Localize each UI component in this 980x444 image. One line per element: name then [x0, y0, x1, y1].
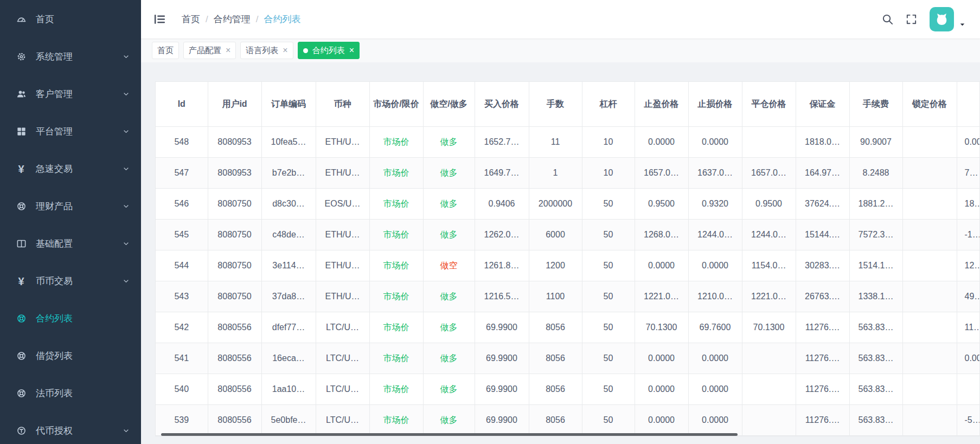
- sidebar-item-4[interactable]: 平台管理: [0, 113, 141, 150]
- table-cell: 18…: [957, 189, 980, 220]
- table-cell: [902, 374, 957, 405]
- chevron-down-icon: [122, 165, 130, 173]
- ring-icon: [15, 351, 28, 361]
- table-cell: 8080556: [208, 405, 261, 436]
- table-cell: ETH/U…: [316, 281, 369, 312]
- table-row: 541808055616eca…LTC/U…市场价做多69.9900805650…: [156, 343, 980, 374]
- yen-icon: ¥: [15, 276, 28, 287]
- table-cell: 8056: [529, 343, 582, 374]
- sidebar-item-label: 基础配置: [36, 237, 73, 250]
- table-row: 53980805565e0bfe…LTC/U…市场价做多69.990080565…: [156, 405, 980, 436]
- sidebar-item-6[interactable]: 理财产品: [0, 188, 141, 225]
- table-cell: 69.9900: [475, 343, 529, 374]
- table-cell: 69.9900: [475, 374, 529, 405]
- table-cell: 市场价: [369, 405, 423, 436]
- breadcrumb-item-1[interactable]: 首页: [182, 13, 200, 25]
- table-cell: 市场价: [369, 220, 423, 250]
- sidebar-item-10[interactable]: 借贷列表: [0, 337, 141, 375]
- sidebar-item-2[interactable]: 系统管理: [0, 38, 141, 75]
- grid-icon: [15, 126, 28, 137]
- menu-fold-icon[interactable]: [153, 12, 166, 26]
- sidebar-item-5[interactable]: ¥急速交易: [0, 150, 141, 188]
- table-cell: 1657.0…: [635, 158, 688, 189]
- table-cell: 0.0000: [688, 343, 742, 374]
- close-tab-icon[interactable]: ×: [349, 46, 354, 55]
- table-cell: 546: [156, 189, 208, 220]
- table-cell: 11: [529, 127, 582, 158]
- chevron-down-icon: [122, 90, 130, 98]
- table-cell: 8080750: [208, 281, 261, 312]
- table-cell: c48de…: [261, 220, 316, 250]
- table-cell: [902, 158, 957, 189]
- column-header: 平仓价格: [742, 82, 796, 127]
- table-cell: LTC/U…: [316, 374, 369, 405]
- sidebar-item-12[interactable]: 代币授权: [0, 412, 141, 444]
- sidebar-item-3[interactable]: 客户管理: [0, 75, 141, 113]
- table-row: 5428080556dfef77…LTC/U…市场价做多69.990080565…: [156, 312, 980, 343]
- avatar[interactable]: [930, 7, 954, 31]
- table-cell: 1652.7…: [475, 127, 529, 158]
- sidebar-item-1[interactable]: 首页: [0, 1, 141, 38]
- table-cell: 0.0000: [688, 405, 742, 436]
- table-cell: 15144.…: [796, 220, 849, 250]
- table-cell: 1154.0…: [742, 250, 796, 281]
- tab-4[interactable]: 合约列表×: [298, 42, 360, 59]
- table-cell: 563.83…: [849, 312, 902, 343]
- table-cell: LTC/U…: [316, 343, 369, 374]
- table-cell: [742, 374, 796, 405]
- sidebar-nav: 首页系统管理客户管理平台管理¥急速交易理财产品基础配置¥币币交易合约列表借贷列表…: [0, 1, 141, 444]
- table-cell: 做空: [423, 250, 475, 281]
- column-header: 市场价/限价: [369, 82, 423, 127]
- table-cell: 542: [156, 312, 208, 343]
- table-cell: 1818.0…: [796, 127, 849, 158]
- tab-label: 首页: [157, 46, 174, 56]
- table-cell: [902, 343, 957, 374]
- caret-down-icon[interactable]: [959, 21, 966, 28]
- table-cell: 1637.0…: [688, 158, 742, 189]
- column-header: [957, 82, 980, 127]
- table-cell: 543: [156, 281, 208, 312]
- table-cell: 1: [529, 158, 582, 189]
- sidebar-item-8[interactable]: ¥币币交易: [0, 262, 141, 300]
- table-cell: 8080750: [208, 250, 261, 281]
- table-cell: 0.0000: [957, 127, 980, 158]
- table-cell: 544: [156, 250, 208, 281]
- table-cell: 37da8…: [261, 281, 316, 312]
- table-row: 5478080953b7e2b…ETH/U…市场价做多1649.7…110165…: [156, 158, 980, 189]
- fullscreen-icon[interactable]: [905, 13, 918, 25]
- table-cell: 做多: [423, 405, 475, 436]
- table-cell: 3e114…: [261, 250, 316, 281]
- table-cell: 69.7600: [688, 312, 742, 343]
- sidebar-item-9[interactable]: 合约列表: [0, 300, 141, 337]
- sidebar-item-7[interactable]: 基础配置: [0, 225, 141, 262]
- table-cell: 37624.…: [796, 189, 849, 220]
- table-cell: ETH/U…: [316, 250, 369, 281]
- table-row: 543808075037da8…ETH/U…市场价做多1216.5…110050…: [156, 281, 980, 312]
- table-cell: 7…: [957, 158, 980, 189]
- table-cell: 0.0000: [688, 127, 742, 158]
- table-cell: 8.2488: [849, 158, 902, 189]
- search-icon[interactable]: [881, 13, 894, 25]
- horizontal-scrollbar-thumb[interactable]: [161, 433, 738, 436]
- close-tab-icon[interactable]: ×: [226, 46, 230, 55]
- table-cell: 164.97…: [796, 158, 849, 189]
- breadcrumb-item-2[interactable]: 合约管理: [214, 13, 251, 25]
- table-cell: 16eca…: [261, 343, 316, 374]
- sidebar-item-label: 平台管理: [36, 125, 73, 138]
- table-cell: 1262.0…: [475, 220, 529, 250]
- table-cell: 11276.…: [796, 312, 849, 343]
- table-cell: 1514.1…: [849, 250, 902, 281]
- sidebar-item-11[interactable]: 法币列表: [0, 375, 141, 412]
- tab-1[interactable]: 首页: [152, 42, 179, 59]
- app-root: 首页系统管理客户管理平台管理¥急速交易理财产品基础配置¥币币交易合约列表借贷列表…: [0, 0, 980, 444]
- table-cell: 11276.…: [796, 374, 849, 405]
- table-cell: 1657.0…: [742, 158, 796, 189]
- table-cell: 8080750: [208, 220, 261, 250]
- tab-2[interactable]: 产品配置×: [183, 42, 236, 59]
- table-cell: 做多: [423, 220, 475, 250]
- close-tab-icon[interactable]: ×: [283, 46, 287, 55]
- table-cell: 11276.…: [796, 405, 849, 436]
- table-cell: 11276.…: [796, 343, 849, 374]
- contracts-table: Id用户id订单编码币种市场价/限价做空/做多买入价格手数杠杆止盈价格止损价格平…: [156, 82, 980, 436]
- tab-3[interactable]: 语言列表×: [240, 42, 293, 59]
